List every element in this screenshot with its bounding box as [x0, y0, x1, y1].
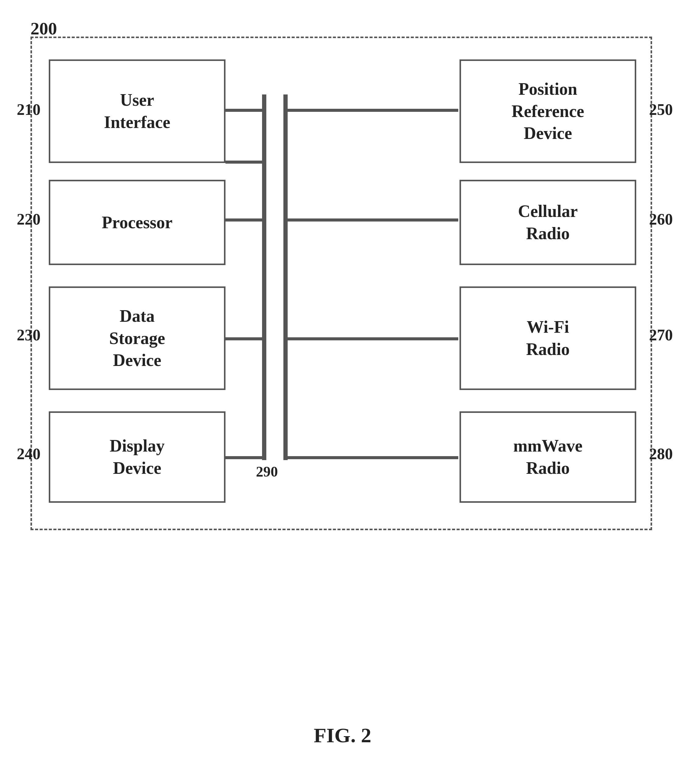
- side-label-220: 220: [17, 210, 41, 228]
- connector-220-left: [226, 219, 265, 222]
- box-mmwave-radio: mmWaveRadio: [459, 411, 636, 503]
- box-wifi-radio-label: Wi-FiRadio: [526, 316, 570, 360]
- box-position-reference: PositionReferenceDevice: [459, 59, 636, 163]
- page: 200 UserInterface 210 Processor 220 Data…: [0, 0, 685, 784]
- box-data-storage-label: DataStorageDevice: [109, 305, 165, 372]
- side-label-270: 270: [649, 326, 673, 344]
- box-user-interface-label: UserInterface: [104, 89, 170, 133]
- box-processor-label: Processor: [102, 211, 172, 234]
- bus-label-290: 290: [256, 463, 278, 480]
- connector-280-right: [288, 456, 458, 459]
- side-label-250: 250: [649, 101, 673, 118]
- box-user-interface: UserInterface: [49, 59, 226, 163]
- connector-240-left: [226, 456, 265, 459]
- bus-right-line: [283, 94, 288, 460]
- box-data-storage: DataStorageDevice: [49, 286, 226, 390]
- box-processor: Processor: [49, 180, 226, 265]
- side-label-240: 240: [17, 445, 41, 463]
- connector-250-right: [288, 109, 458, 112]
- connector-210-left-2: [226, 161, 265, 164]
- connector-260-right: [288, 219, 458, 222]
- figure-caption: FIG. 2: [314, 723, 372, 747]
- side-label-210: 210: [17, 101, 41, 118]
- connector-270-right: [288, 337, 458, 340]
- bus-left-line: [262, 94, 266, 460]
- side-label-230: 230: [17, 326, 41, 344]
- connector-210-left: [226, 109, 265, 112]
- box-display-device-label: DisplayDevice: [110, 435, 165, 479]
- box-position-reference-label: PositionReferenceDevice: [511, 78, 584, 144]
- box-mmwave-radio-label: mmWaveRadio: [513, 435, 582, 479]
- box-wifi-radio: Wi-FiRadio: [459, 286, 636, 390]
- side-label-280: 280: [649, 445, 673, 463]
- box-display-device: DisplayDevice: [49, 411, 226, 503]
- side-label-260: 260: [649, 210, 673, 228]
- figure-label-200: 200: [31, 18, 57, 39]
- box-cellular-radio-label: CellularRadio: [518, 200, 578, 245]
- box-cellular-radio: CellularRadio: [459, 180, 636, 265]
- connector-230-left: [226, 337, 265, 340]
